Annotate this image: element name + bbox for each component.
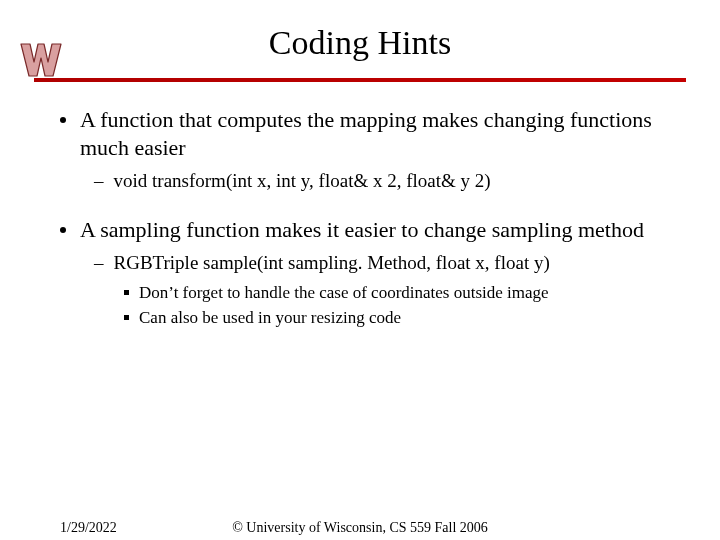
sub-bullet-item: – RGBTriple sample(int sampling. Method,… [94,251,660,276]
slide-title: Coding Hints [0,24,720,62]
sub-bullet-text: RGBTriple sample(int sampling. Method, f… [114,251,550,276]
sub-bullet-text: void transform(int x, int y, float& x 2,… [114,169,491,194]
slide: Coding Hints A function that computes th… [0,24,720,540]
footer-copyright: © University of Wisconsin, CS 559 Fall 2… [232,520,488,536]
bullet-text: A sampling function makes it easier to c… [80,216,644,244]
title-underline [34,78,686,82]
square-bullet-icon [124,315,129,320]
sub-sub-bullet-item: Don’t forget to handle the case of coord… [124,282,660,304]
bullet-dot-icon [60,117,66,123]
sub-sub-bullet-item: Can also be used in your resizing code [124,307,660,329]
sub-sub-bullet-text: Can also be used in your resizing code [139,307,401,329]
dash-icon: – [94,169,104,194]
content-area: A function that computes the mapping mak… [60,106,660,329]
bullet-item: A sampling function makes it easier to c… [60,216,660,329]
dash-icon: – [94,251,104,276]
bullet-item: A function that computes the mapping mak… [60,106,660,194]
bullet-text: A function that computes the mapping mak… [80,106,660,161]
sub-bullet-item: – void transform(int x, int y, float& x … [94,169,660,194]
slide-footer: 1/29/2022 © University of Wisconsin, CS … [0,520,720,536]
footer-date: 1/29/2022 [60,520,117,536]
sub-sub-bullet-text: Don’t forget to handle the case of coord… [139,282,549,304]
university-logo [18,38,64,86]
square-bullet-icon [124,290,129,295]
bullet-dot-icon [60,227,66,233]
